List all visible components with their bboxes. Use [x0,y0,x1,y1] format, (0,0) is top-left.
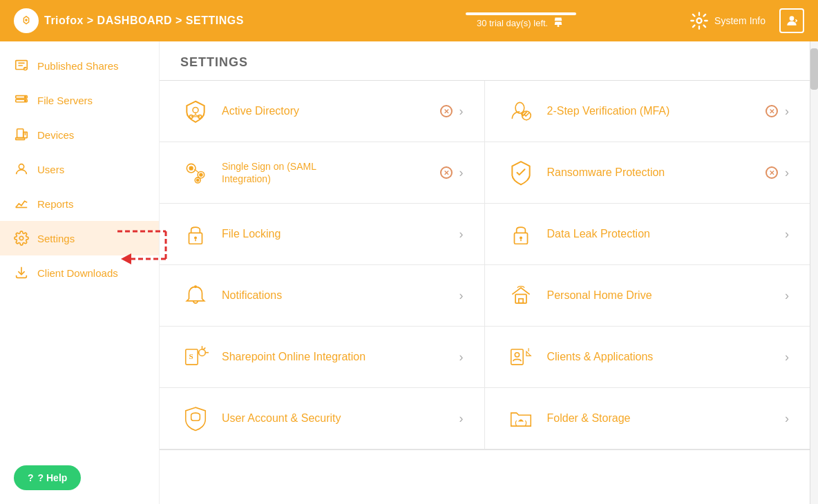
content-header: SETTINGS [160,41,810,81]
svg-text:S: S [189,352,193,360]
data-leak-label: Data Leak Protection [547,228,650,240]
sidebar-item-file-servers[interactable]: File Servers [0,83,159,117]
ransomware-toggle[interactable]: ✕ [765,166,778,179]
settings-item-folder-storage[interactable]: Folder & Storage › [485,388,810,449]
notifications-label: Notifications [222,289,282,301]
clients-controls: › [785,350,789,365]
svg-point-2 [697,19,702,23]
user-security-controls: › [459,411,464,426]
active-directory-controls: ✕ › [440,104,464,119]
ransomware-icon [506,157,536,188]
settings-item-data-leak[interactable]: Data Leak Protection › [485,204,810,265]
folder-storage-controls: › [785,411,789,426]
app-logo [14,8,39,33]
2fa-content: 2-Step Verification (MFA) [547,105,755,117]
svg-point-3 [790,16,795,21]
sidebar-item-devices-label: Devices [37,129,74,141]
folder-storage-icon [506,403,536,434]
ransomware-label: Ransomware Protection [547,166,665,178]
settings-item-notifications[interactable]: Notifications › [160,265,485,327]
settings-grid: Active Directory ✕ › [160,81,810,450]
active-directory-chevron: › [459,104,464,119]
data-leak-chevron: › [785,227,789,242]
system-info-button[interactable]: System Info [689,11,765,30]
user-menu-button[interactable] [779,8,804,33]
sso-content: Single Sign on (SAMLIntegration) [222,160,429,185]
folder-storage-content: Folder & Storage [547,412,774,425]
user-security-icon [180,403,211,434]
sidebar-item-client-downloads[interactable]: Client Downloads [0,255,159,290]
trial-text: 30 trial day(s) left. [477,17,564,29]
sidebar-item-users[interactable]: Users [0,152,159,186]
sidebar-item-devices[interactable]: Devices [0,117,159,152]
home-drive-controls: › [785,289,789,303]
help-label: ? Help [38,472,68,483]
sso-toggle[interactable]: ✕ [440,166,453,179]
svg-point-35 [200,173,202,176]
clients-label: Clients & Applications [547,351,654,362]
clients-icon [506,342,536,372]
settings-item-home-drive[interactable]: Personal Home Drive › [485,265,810,327]
svg-rect-47 [518,299,522,303]
file-locking-label: File Locking [222,228,280,240]
2fa-label: 2-Step Verification (MFA) [547,105,670,117]
settings-item-file-locking[interactable]: File Locking › [160,204,485,265]
svg-point-38 [197,180,199,182]
sidebar-item-settings-label: Settings [37,233,75,244]
ransomware-controls: ✕ › [765,166,789,180]
trial-progress-bar [466,12,576,15]
sharepoint-content: Sharepoint Online Integration [222,351,448,363]
sidebar-item-reports[interactable]: Reports [0,186,159,221]
svg-point-13 [25,100,26,101]
settings-item-2fa[interactable]: 2-Step Verification (MFA) ✕ › [485,81,810,142]
main-layout: Published Shares File Servers Devices [0,41,818,504]
app-header: Triofox > DASHBOARD > SETTINGS 30 trial … [0,0,818,41]
active-directory-content: Active Directory [222,105,429,117]
sidebar-item-published-shares-label: Published Shares [37,60,119,72]
sharepoint-chevron: › [459,350,464,365]
trial-info: 30 trial day(s) left. [352,12,689,29]
sharepoint-icon: S [180,342,211,372]
sidebar-item-settings[interactable]: Settings [0,221,159,255]
home-drive-label: Personal Home Drive [547,289,652,301]
svg-point-50 [199,349,206,356]
settings-item-sso[interactable]: Single Sign on (SAMLIntegration) ✕ › [160,142,485,204]
breadcrumb: Triofox > DASHBOARD > SETTINGS [44,14,244,27]
data-leak-icon [506,219,536,249]
sharepoint-label: Sharepoint Online Integration [222,351,365,362]
2fa-toggle[interactable]: ✕ [765,105,778,117]
sidebar-item-client-downloads-label: Client Downloads [37,267,118,279]
clients-content: Clients & Applications [547,351,774,363]
home-drive-content: Personal Home Drive [547,289,774,302]
file-locking-icon [180,219,211,249]
2fa-chevron: › [785,104,789,119]
settings-item-sharepoint[interactable]: S Sharepoint Online Integration › [160,327,485,388]
svg-point-52 [515,353,519,357]
notifications-chevron: › [459,289,464,303]
file-locking-controls: › [459,227,464,242]
sso-label: Single Sign on (SAMLIntegration) [222,161,316,184]
notifications-content: Notifications [222,289,448,302]
scrollbar-thumb[interactable] [810,48,818,90]
folder-storage-label: Folder & Storage [547,412,631,424]
user-security-content: User Account & Security [222,412,448,425]
settings-item-clients[interactable]: Clients & Applications › [485,327,810,388]
sso-controls: ✕ › [440,166,464,180]
home-drive-icon [506,280,536,311]
settings-item-ransomware[interactable]: Ransomware Protection ✕ › [485,142,810,204]
help-button[interactable]: ? ? Help [14,465,81,490]
scrollbar[interactable] [810,41,818,504]
settings-item-active-directory[interactable]: Active Directory ✕ › [160,81,485,142]
svg-point-21 [19,236,23,240]
active-directory-toggle[interactable]: ✕ [440,105,453,117]
sidebar-bottom: ? ? Help [0,452,159,504]
svg-point-54 [520,420,522,422]
notifications-icon [180,280,211,311]
clients-chevron: › [785,350,789,365]
sidebar-item-published-shares[interactable]: Published Shares [0,48,159,83]
data-leak-controls: › [785,227,789,242]
2fa-icon [506,96,536,126]
settings-item-user-security[interactable]: User Account & Security › [160,388,485,449]
header-left: Triofox > DASHBOARD > SETTINGS [14,8,352,33]
main-content: SETTINGS Ac [160,41,810,504]
